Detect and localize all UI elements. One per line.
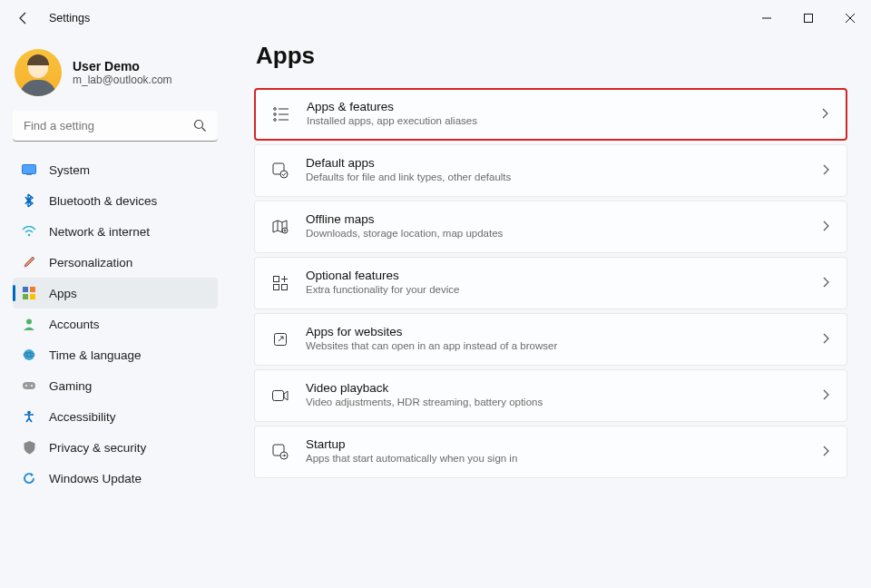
- chevron-right-icon: [823, 331, 830, 348]
- accessibility-icon: [22, 409, 36, 424]
- sidebar-item-privacy[interactable]: Privacy & security: [13, 432, 218, 463]
- card-sub: Defaults for file and link types, other …: [306, 171, 823, 185]
- svg-rect-8: [30, 287, 35, 292]
- card-apps-features[interactable]: Apps & features Installed apps, app exec…: [254, 88, 847, 141]
- svg-rect-14: [23, 382, 35, 389]
- globe-icon: [22, 348, 36, 362]
- sidebar-item-label: Bluetooth & devices: [49, 194, 157, 208]
- bluetooth-icon: [22, 193, 36, 208]
- gaming-icon: [22, 378, 36, 393]
- card-title: Optional features: [306, 269, 823, 283]
- svg-point-16: [31, 385, 33, 387]
- svg-point-18: [274, 108, 277, 111]
- card-offline-maps[interactable]: Offline maps Downloads, storage location…: [254, 201, 847, 253]
- sidebar-item-personalization[interactable]: Personalization: [13, 247, 218, 278]
- svg-rect-29: [274, 277, 279, 282]
- svg-rect-31: [282, 285, 288, 290]
- sidebar-item-bluetooth[interactable]: Bluetooth & devices: [13, 185, 218, 216]
- card-title: Offline maps: [306, 212, 823, 227]
- apps-icon: [22, 286, 36, 300]
- back-button[interactable]: [15, 9, 33, 27]
- card-sub: Apps that start automatically when you s…: [306, 452, 823, 466]
- sidebar-item-update[interactable]: Windows Update: [13, 463, 218, 494]
- window-title: Settings: [49, 12, 90, 24]
- sidebar-item-label: Accessibility: [49, 410, 116, 424]
- maps-icon: [271, 218, 289, 236]
- sidebar-item-gaming[interactable]: Gaming: [13, 370, 218, 401]
- card-title: Video playback: [306, 381, 823, 396]
- svg-rect-4: [23, 165, 36, 174]
- sidebar-item-accessibility[interactable]: Accessibility: [13, 401, 218, 432]
- chevron-right-icon: [823, 444, 830, 460]
- svg-rect-10: [30, 294, 35, 299]
- nav-list: System Bluetooth & devices Network & int…: [13, 154, 218, 494]
- card-apps-websites[interactable]: Apps for websites Websites that can open…: [254, 313, 847, 366]
- sidebar-item-system[interactable]: System: [13, 154, 218, 185]
- svg-point-25: [280, 171, 288, 178]
- sidebar: User Demo m_lab@outlook.com System Bluet…: [0, 36, 227, 588]
- profile-block[interactable]: User Demo m_lab@outlook.com: [15, 49, 218, 96]
- user-name: User Demo: [73, 59, 172, 74]
- sidebar-item-apps[interactable]: Apps: [13, 278, 218, 309]
- svg-rect-33: [273, 391, 284, 401]
- list-icon: [272, 105, 290, 123]
- card-startup[interactable]: Startup Apps that start automatically wh…: [254, 426, 847, 478]
- chevron-right-icon: [823, 275, 830, 291]
- user-email: m_lab@outlook.com: [73, 74, 172, 86]
- avatar: [15, 49, 62, 96]
- svg-rect-7: [23, 287, 28, 292]
- close-button[interactable]: [829, 4, 871, 33]
- card-sub: Websites that can open in an app instead…: [306, 339, 823, 354]
- startup-icon: [271, 443, 289, 461]
- default-apps-icon: [271, 162, 289, 180]
- sidebar-item-label: Windows Update: [49, 472, 142, 485]
- window-controls: [746, 4, 871, 33]
- maximize-button[interactable]: [788, 4, 829, 33]
- search-input[interactable]: [13, 111, 218, 142]
- card-sub: Downloads, storage location, map updates: [306, 227, 823, 241]
- sidebar-item-label: Network & internet: [49, 225, 150, 239]
- card-sub: Installed apps, app execution aliases: [307, 114, 822, 129]
- sidebar-item-label: Time & language: [49, 348, 142, 362]
- sidebar-item-label: Accounts: [49, 318, 100, 331]
- card-optional-features[interactable]: Optional features Extra functionality fo…: [254, 257, 847, 309]
- search-box[interactable]: [13, 111, 218, 142]
- page-title: Apps: [256, 42, 847, 70]
- system-icon: [22, 162, 36, 177]
- svg-point-12: [24, 349, 34, 360]
- svg-point-20: [274, 119, 277, 122]
- sidebar-item-accounts[interactable]: Accounts: [13, 309, 218, 339]
- card-video-playback[interactable]: Video playback Video adjustments, HDR st…: [254, 369, 847, 422]
- svg-point-17: [27, 411, 31, 415]
- update-icon: [22, 471, 36, 485]
- svg-point-6: [28, 234, 31, 237]
- card-title: Default apps: [306, 156, 823, 171]
- card-title: Startup: [306, 437, 823, 452]
- wifi-icon: [22, 224, 36, 239]
- sidebar-item-label: Privacy & security: [49, 441, 146, 455]
- svg-rect-5: [26, 174, 32, 175]
- optional-icon: [271, 274, 289, 292]
- main-content: Apps Apps & features Installed apps, app…: [227, 36, 871, 588]
- svg-rect-30: [274, 285, 279, 290]
- chevron-right-icon: [823, 219, 830, 235]
- sidebar-item-label: System: [49, 163, 90, 177]
- search-icon: [193, 119, 207, 136]
- video-icon: [271, 387, 289, 405]
- sidebar-item-network[interactable]: Network & internet: [13, 216, 218, 247]
- open-external-icon: [271, 330, 289, 348]
- sidebar-item-time[interactable]: Time & language: [13, 339, 218, 370]
- minimize-button[interactable]: [746, 4, 788, 33]
- svg-rect-9: [23, 294, 28, 299]
- svg-rect-1: [805, 15, 813, 23]
- chevron-right-icon: [823, 162, 830, 179]
- sidebar-item-label: Apps: [49, 287, 77, 300]
- card-default-apps[interactable]: Default apps Defaults for file and link …: [254, 144, 847, 197]
- svg-point-11: [26, 319, 32, 325]
- svg-point-2: [195, 121, 203, 129]
- svg-point-19: [274, 113, 277, 116]
- sidebar-item-label: Personalization: [49, 256, 132, 270]
- card-title: Apps & features: [307, 100, 822, 114]
- sidebar-item-label: Gaming: [49, 379, 92, 393]
- card-sub: Extra functionality for your device: [306, 283, 823, 298]
